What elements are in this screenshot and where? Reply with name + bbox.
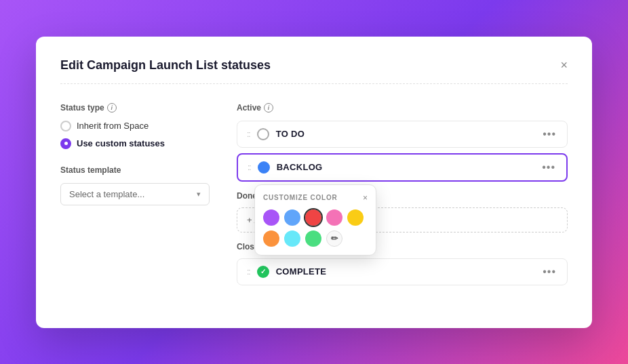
eyedropper-button[interactable]: ✏: [326, 230, 342, 247]
modal-header: Edit Campaign Launch List statuses ×: [60, 58, 568, 84]
active-section-label: Active i: [237, 103, 568, 113]
radio-custom[interactable]: Use custom statuses: [60, 138, 210, 149]
modal-body: Status type i Inherit from Space Use cus…: [60, 103, 568, 291]
color-swatch-green[interactable]: [305, 230, 321, 247]
color-swatch-orange[interactable]: [263, 230, 279, 247]
edit-statuses-modal: Edit Campaign Launch List statuses × Sta…: [36, 37, 592, 328]
color-picker-header: CUSTOMIZE COLOR ×: [263, 193, 368, 203]
backlog-row-wrapper: :: ••• CUSTOMIZE COLOR ×: [237, 153, 568, 182]
radio-group: Inherit from Space Use custom statuses: [60, 121, 210, 149]
todo-more-button[interactable]: •••: [541, 128, 557, 140]
radio-custom-label: Use custom statuses: [77, 138, 165, 148]
status-row-todo: :: TO DO •••: [237, 121, 568, 148]
status-row-backlog: :: •••: [237, 153, 568, 182]
chevron-down-icon: ▾: [197, 190, 201, 199]
todo-dot: [257, 128, 269, 140]
right-panel: Active i :: TO DO ••• :: •••: [237, 103, 568, 291]
drag-handle-complete[interactable]: ::: [247, 267, 250, 277]
todo-name: TO DO: [276, 129, 535, 139]
backlog-dot[interactable]: [258, 161, 270, 174]
radio-custom-circle: [60, 138, 71, 149]
left-panel: Status type i Inherit from Space Use cus…: [60, 103, 210, 291]
color-swatch-red[interactable]: [305, 209, 321, 226]
color-swatch-purple[interactable]: [263, 209, 279, 226]
complete-dot: [257, 266, 269, 278]
active-info-icon: i: [264, 103, 273, 113]
color-swatch-yellow[interactable]: [347, 209, 364, 226]
template-dropdown[interactable]: Select a template... ▾: [60, 183, 210, 205]
color-picker-close-button[interactable]: ×: [363, 193, 368, 203]
drag-handle-todo[interactable]: ::: [247, 129, 250, 139]
status-type-info-icon: i: [107, 103, 117, 113]
template-label: Status template: [60, 165, 210, 175]
close-button[interactable]: ×: [560, 59, 568, 71]
backlog-more-button[interactable]: •••: [541, 161, 557, 174]
radio-inherit-circle: [60, 121, 71, 132]
color-swatch-light-blue[interactable]: [284, 230, 300, 247]
complete-name: COMPLETE: [276, 266, 535, 277]
template-placeholder: Select a template...: [69, 189, 144, 199]
color-swatches: ✏: [263, 209, 368, 247]
radio-inherit-label: Inherit from Space: [77, 121, 149, 131]
radio-inherit[interactable]: Inherit from Space: [60, 121, 210, 132]
color-swatch-pink[interactable]: [326, 209, 342, 226]
drag-handle-backlog[interactable]: ::: [248, 163, 251, 172]
status-type-label: Status type i: [60, 103, 210, 113]
modal-title: Edit Campaign Launch List statuses: [60, 58, 271, 73]
color-picker-popup: CUSTOMIZE COLOR × ✏: [254, 184, 376, 256]
status-row-complete: :: COMPLETE •••: [237, 258, 568, 285]
color-swatch-blue[interactable]: [284, 209, 300, 226]
color-picker-title: CUSTOMIZE COLOR: [263, 194, 338, 201]
complete-more-button[interactable]: •••: [541, 266, 557, 278]
template-section: Status template Select a template... ▾: [60, 165, 210, 205]
backlog-input[interactable]: [277, 162, 534, 172]
